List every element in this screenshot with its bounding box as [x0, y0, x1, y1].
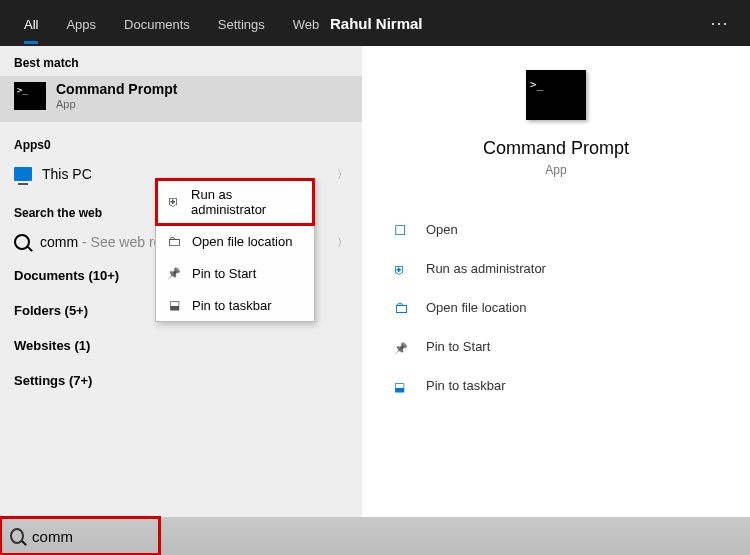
category-settings[interactable]: Settings (7+): [0, 363, 362, 398]
shield-icon: [394, 260, 412, 277]
search-box[interactable]: [0, 517, 160, 555]
result-label: This PC: [42, 166, 92, 182]
best-match-result[interactable]: Command Prompt App: [0, 76, 362, 122]
search-icon: [10, 528, 24, 544]
action-pin-to-taskbar[interactable]: Pin to taskbar: [390, 366, 722, 405]
chevron-right-icon: 〉: [337, 167, 348, 182]
action-run-as-admin[interactable]: Run as administrator: [390, 249, 722, 288]
shield-icon: [166, 194, 181, 210]
action-label: Pin to Start: [426, 339, 490, 354]
ctx-label: Open file location: [192, 234, 292, 249]
best-match-heading: Best match: [0, 46, 362, 76]
best-match-title: Command Prompt: [56, 82, 177, 97]
tab-all[interactable]: All: [10, 3, 52, 44]
ctx-label: Pin to Start: [192, 266, 256, 281]
user-name-label: Rahul Nirmal: [330, 15, 423, 32]
action-label: Run as administrator: [426, 261, 546, 276]
context-menu: Run as administrator Open file location …: [155, 178, 315, 322]
ctx-pin-to-taskbar[interactable]: Pin to taskbar: [156, 289, 314, 321]
ctx-label: Pin to taskbar: [192, 298, 272, 313]
category-websites[interactable]: Websites (1): [0, 328, 362, 363]
details-subtitle: App: [390, 163, 722, 177]
results-left-pane: Best match Command Prompt App Apps0 This…: [0, 46, 362, 517]
tab-web[interactable]: Web: [279, 3, 334, 44]
open-icon: [394, 220, 412, 238]
action-open[interactable]: Open: [390, 209, 722, 249]
folder-icon: [166, 233, 182, 249]
details-title: Command Prompt: [390, 138, 722, 159]
search-input[interactable]: [32, 528, 150, 545]
action-label: Open file location: [426, 300, 526, 315]
command-prompt-icon-large: [526, 70, 586, 120]
search-icon: [14, 234, 30, 250]
folder-icon: [394, 299, 412, 316]
ctx-label: Run as administrator: [191, 187, 304, 217]
command-prompt-icon: [14, 82, 46, 110]
action-open-file-location[interactable]: Open file location: [390, 288, 722, 327]
taskbar-pin-icon: [166, 297, 182, 313]
action-label: Open: [426, 222, 458, 237]
taskbar-strip: [160, 517, 750, 555]
tab-documents[interactable]: Documents: [110, 3, 204, 44]
best-match-text: Command Prompt App: [56, 82, 177, 109]
tab-apps[interactable]: Apps: [52, 3, 110, 44]
ctx-open-file-location[interactable]: Open file location: [156, 225, 314, 257]
more-button[interactable]: ⋯: [700, 2, 740, 44]
apps-group-heading: Apps0: [0, 122, 362, 158]
tab-settings[interactable]: Settings: [204, 3, 279, 44]
this-pc-icon: [14, 167, 32, 181]
pin-icon: [394, 338, 412, 355]
action-pin-to-start[interactable]: Pin to Start: [390, 327, 722, 366]
ctx-pin-to-start[interactable]: Pin to Start: [156, 257, 314, 289]
taskbar-pin-icon: [394, 377, 412, 394]
chevron-right-icon: 〉: [337, 235, 348, 250]
ctx-run-as-admin[interactable]: Run as administrator: [156, 179, 314, 225]
pin-icon: [166, 265, 182, 281]
search-results-area: Best match Command Prompt App Apps0 This…: [0, 46, 750, 517]
action-label: Pin to taskbar: [426, 378, 506, 393]
details-pane: Command Prompt App Open Run as administr…: [362, 46, 750, 517]
search-tab-bar: All Apps Documents Settings Web Rahul Ni…: [0, 0, 750, 46]
best-match-subtitle: App: [56, 98, 177, 110]
